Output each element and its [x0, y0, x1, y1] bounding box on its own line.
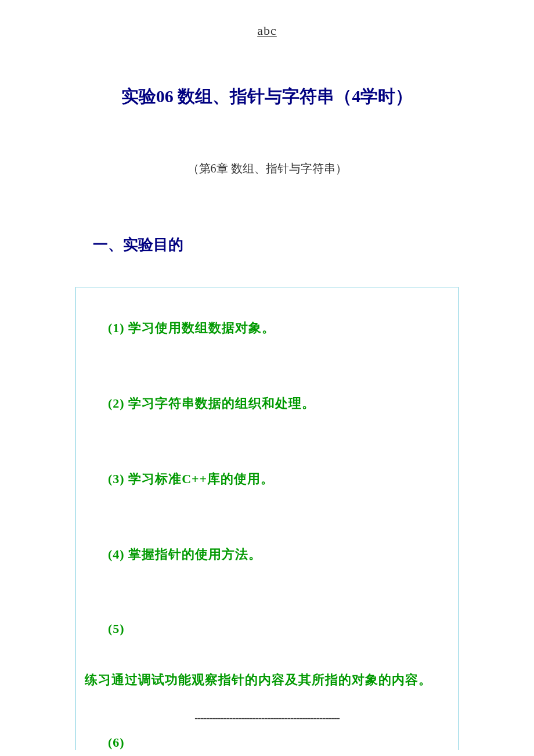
header-label: abc [75, 23, 459, 38]
objective-item-4: (4) 掌握指针的使用方法。 [108, 546, 446, 563]
document-subtitle: （第6章 数组、指针与字符串） [75, 161, 459, 177]
objective-item-3: (3) 学习标准C++库的使用。 [108, 470, 446, 488]
objective-item-1: (1) 学习使用数组数据对象。 [108, 319, 446, 337]
footer-separator: ----------------------------------------… [0, 712, 534, 724]
section-heading-purpose: 一、实验目的 [93, 235, 459, 255]
document-title: 实验06 数组、指针与字符串（4学时） [75, 85, 459, 109]
objective-item-2: (2) 学习字符串数据的组织和处理。 [108, 395, 446, 412]
objectives-box: (1) 学习使用数组数据对象。 (2) 学习字符串数据的组织和处理。 (3) 学… [75, 287, 459, 750]
objective-item-5-marker: (5) [108, 621, 446, 636]
objective-item-5-text: 练习通过调试功能观察指针的内容及其所指的对象的内容。 [85, 671, 446, 689]
objective-item-6-marker: (6) [108, 735, 446, 750]
